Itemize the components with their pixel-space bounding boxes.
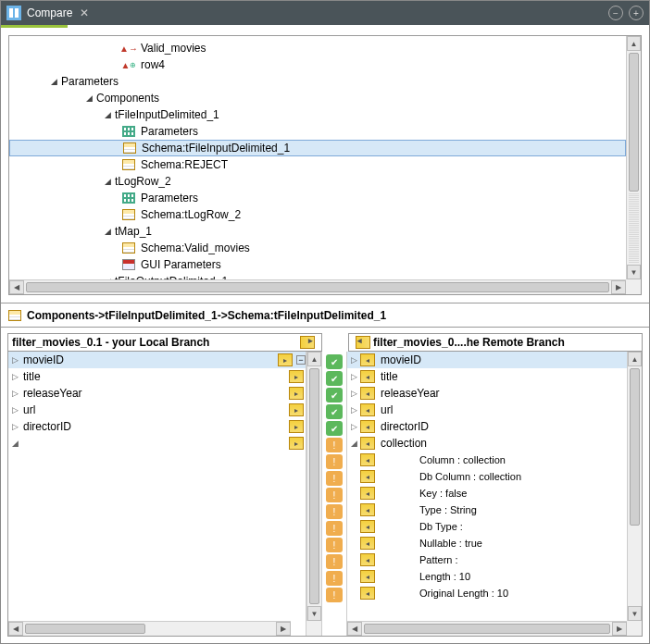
copy-left-button[interactable]: ◂: [360, 503, 375, 516]
expand-toggle[interactable]: ▷: [10, 405, 19, 415]
copy-right-button[interactable]: ▸: [289, 420, 304, 433]
field-item[interactable]: movieID: [19, 353, 276, 366]
remote-horizontal-scrollbar[interactable]: ◀▶: [347, 621, 627, 636]
field-item[interactable]: releaseYear: [377, 387, 440, 400]
expand-toggle[interactable]: ▷: [10, 372, 19, 381]
tree-item[interactable]: tLogRow_2: [113, 175, 171, 188]
structure-tree-panel: ▲→Valid_movies ▲⊕row4 ◢Parameters ◢Compo…: [1, 28, 649, 303]
field-item[interactable]: url: [19, 403, 287, 416]
match-icon: ✔: [326, 388, 343, 402]
tree-item[interactable]: Parameters: [139, 192, 198, 204]
field-detail: Db Type :: [377, 521, 463, 532]
copy-left-button[interactable]: ◂: [360, 387, 375, 400]
expand-toggle[interactable]: ▷: [349, 422, 358, 431]
schema-icon: [8, 310, 21, 321]
collapse-toggle[interactable]: ◢: [102, 227, 113, 236]
expand-toggle[interactable]: ▷: [349, 405, 358, 415]
params-icon: [121, 125, 136, 138]
minimize-button[interactable]: −: [608, 6, 623, 20]
copy-left-button[interactable]: ◂: [360, 553, 375, 566]
local-branch-header: filter_movies_0.1 - your Local Branch: [7, 333, 322, 352]
svg-rect-0: [9, 8, 13, 18]
copy-left-button[interactable]: ◂: [360, 520, 375, 533]
params-icon: [121, 192, 136, 204]
collapse-toggle[interactable]: ◢: [48, 77, 59, 86]
field-detail: Nullable : true: [377, 538, 482, 549]
copy-left-button[interactable]: ◂: [360, 403, 375, 416]
field-item[interactable]: url: [377, 403, 393, 416]
tree-item[interactable]: tMap_1: [113, 225, 152, 238]
field-detail: Column : collection: [377, 454, 506, 465]
tree-item[interactable]: row4: [139, 58, 165, 71]
copy-left-button[interactable]: ◂: [360, 370, 375, 383]
tree-item[interactable]: Parameters: [59, 75, 119, 88]
gui-params-icon: [121, 258, 136, 271]
collapse-toggle[interactable]: ◢: [102, 110, 113, 119]
expand-toggle[interactable]: ▷: [349, 389, 358, 398]
copy-left-button[interactable]: ◂: [360, 537, 375, 550]
tree-item[interactable]: Schema:tLogRow_2: [139, 208, 241, 221]
tree-item[interactable]: Valid_movies: [139, 42, 206, 55]
tree-item[interactable]: tFileInputDelimited_1: [113, 108, 219, 121]
diff-icon: !: [326, 438, 343, 452]
collapse-toggle[interactable]: ◢: [102, 177, 113, 186]
tree-item-selected[interactable]: Schema:tFileInputDelimited_1: [140, 142, 290, 155]
field-item[interactable]: collection: [377, 437, 427, 450]
field-item[interactable]: directorID: [19, 420, 287, 433]
schema-icon: [122, 142, 137, 155]
copy-left-button[interactable]: ◂: [360, 420, 375, 433]
copy-right-button[interactable]: ▸: [278, 353, 293, 366]
tree-horizontal-scrollbar[interactable]: ◀▶: [9, 279, 626, 294]
compare-icon: [6, 6, 21, 20]
field-item[interactable]: movieID: [377, 353, 421, 366]
collapse-toggle[interactable]: ◢: [83, 93, 94, 103]
tree-item[interactable]: Schema:REJECT: [139, 158, 228, 171]
local-schema-list[interactable]: ▷movieID▸− ▷title▸ ▷releaseYear▸ ▷url▸ ▷…: [8, 352, 306, 636]
expand-toggle[interactable]: ▷: [10, 355, 19, 365]
diff-icon: !: [326, 538, 343, 552]
copy-left-button[interactable]: ◂: [360, 437, 375, 450]
expand-toggle[interactable]: ▷: [349, 355, 358, 365]
diff-icon: !: [326, 504, 343, 519]
diff-icon: !: [326, 588, 343, 602]
tree-item[interactable]: Components: [94, 92, 159, 105]
remove-button[interactable]: −: [296, 355, 306, 365]
maximize-button[interactable]: +: [629, 6, 644, 20]
field-item[interactable]: title: [377, 370, 398, 383]
local-horizontal-scrollbar[interactable]: ◀▶: [8, 621, 291, 636]
expand-toggle[interactable]: ▷: [10, 389, 19, 398]
field-item[interactable]: releaseYear: [19, 387, 287, 400]
copy-left-button[interactable]: ◂: [360, 570, 375, 583]
copy-left-button[interactable]: ◂: [360, 470, 375, 483]
remote-vertical-scrollbar[interactable]: ▲▼: [627, 352, 642, 621]
tree-item[interactable]: GUI Parameters: [139, 258, 221, 271]
field-detail: Original Length : 10: [377, 588, 508, 599]
copy-left-button[interactable]: ◂: [360, 353, 375, 366]
copy-right-button[interactable]: ▸: [289, 370, 304, 383]
flow-plus-icon: ▲⊕: [121, 58, 136, 71]
remote-schema-list[interactable]: ▷◂movieID ▷◂title ▷◂releaseYear ▷◂url ▷◂…: [347, 352, 642, 636]
schema-icon: [121, 242, 136, 254]
structure-tree[interactable]: ▲→Valid_movies ▲⊕row4 ◢Parameters ◢Compo…: [9, 36, 626, 279]
collapse-toggle[interactable]: ◢: [10, 439, 19, 448]
local-branch-label: filter_movies_0.1 - your Local Branch: [12, 336, 297, 349]
expand-toggle[interactable]: ▷: [349, 372, 358, 381]
tree-item[interactable]: Parameters: [139, 125, 198, 138]
expand-toggle[interactable]: ▷: [10, 422, 19, 431]
tree-vertical-scrollbar[interactable]: ▲ ▼: [626, 36, 641, 279]
match-icon: ✔: [326, 371, 343, 386]
field-item[interactable]: directorID: [377, 420, 429, 433]
copy-right-button[interactable]: ▸: [289, 437, 304, 450]
close-tab-icon[interactable]: ✕: [80, 6, 89, 19]
copy-left-button[interactable]: ◂: [360, 487, 375, 500]
collapse-toggle[interactable]: ◢: [349, 439, 358, 448]
schema-icon: [121, 208, 136, 221]
copy-right-button[interactable]: ▸: [289, 403, 304, 416]
local-vertical-scrollbar[interactable]: ▲▼: [306, 352, 321, 621]
copy-left-button[interactable]: ◂: [360, 587, 375, 600]
flow-icon: ▲→: [121, 42, 136, 55]
field-item[interactable]: title: [19, 370, 287, 383]
copy-left-button[interactable]: ◂: [360, 453, 375, 466]
copy-right-button[interactable]: ▸: [289, 387, 304, 400]
tree-item[interactable]: Schema:Valid_movies: [139, 242, 250, 254]
